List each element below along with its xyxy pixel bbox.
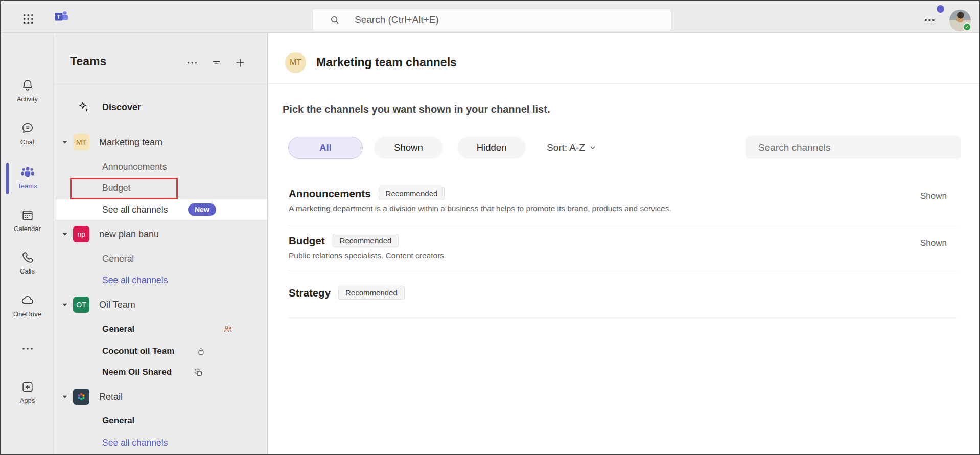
row-divider xyxy=(289,225,957,225)
rail-item-onedrive[interactable]: OneDrive xyxy=(1,293,54,318)
channel-search-bar[interactable] xyxy=(746,136,961,159)
retail-flower-logo xyxy=(76,391,87,402)
teams-icon xyxy=(20,165,35,179)
team-avatar: OT xyxy=(73,297,89,313)
channel-label: General xyxy=(102,254,134,264)
channel-row-general-np[interactable]: General xyxy=(54,248,267,269)
presence-available-icon: ✓ xyxy=(963,22,971,31)
chevron-down-icon xyxy=(61,139,68,146)
app-rail: Activity Chat Teams xyxy=(1,33,54,455)
rail-item-chat[interactable]: Chat xyxy=(1,121,54,146)
rail-item-label: Teams xyxy=(17,182,37,190)
chevron-down-icon xyxy=(61,301,68,308)
rail-item-more[interactable] xyxy=(1,345,54,355)
chat-icon xyxy=(20,121,35,135)
apps-icon xyxy=(20,380,35,394)
channel-name: Strategy xyxy=(289,287,331,299)
team-row-retail[interactable]: Retail xyxy=(54,386,267,407)
sidebar-header: Teams xyxy=(54,52,267,73)
rail-item-label: Calls xyxy=(20,267,35,275)
channel-row-budget[interactable]: Budget xyxy=(54,177,267,198)
see-all-channels-link: See all channels xyxy=(102,275,168,286)
notification-dot xyxy=(937,5,944,13)
filter-icon[interactable] xyxy=(208,55,224,71)
sort-label: Sort: A-Z xyxy=(547,142,585,153)
row-divider xyxy=(289,270,957,270)
chevron-down-icon xyxy=(61,231,68,238)
channel-row-general-oil[interactable]: General xyxy=(54,319,267,339)
rail-item-calendar[interactable]: Calendar xyxy=(1,208,54,233)
channel-row-coconut-oil[interactable]: Coconut oil Team xyxy=(54,341,267,361)
chevron-down-icon xyxy=(589,144,596,151)
channel-visibility-status[interactable]: Shown xyxy=(920,238,947,248)
shared-channel-icon xyxy=(194,368,203,377)
channel-row-neem-oil[interactable]: Neem Oil Shared xyxy=(54,362,267,382)
rail-item-teams[interactable]: Teams xyxy=(1,165,54,190)
team-avatar: np xyxy=(73,226,89,242)
new-badge: New xyxy=(188,203,216,216)
sidebar-item-discover[interactable]: Discover xyxy=(54,97,267,118)
team-avatar xyxy=(73,389,89,405)
channel-list-row-announcements: Announcements Recommended A marketing de… xyxy=(289,187,957,213)
rail-item-activity[interactable]: Activity xyxy=(1,78,54,103)
channel-row-see-all-marketing[interactable]: See all channels New xyxy=(56,199,267,220)
sidebar-more-icon[interactable] xyxy=(184,55,200,71)
team-row-marketing[interactable]: MT Marketing team xyxy=(54,132,267,152)
team-avatar: MT xyxy=(285,52,306,73)
team-name: Retail xyxy=(99,392,123,402)
more-icon xyxy=(21,345,34,352)
teams-logo-icon: T xyxy=(53,9,69,25)
global-search-input[interactable] xyxy=(354,14,640,26)
calendar-icon xyxy=(20,208,35,222)
channel-name: Announcements xyxy=(289,188,371,200)
team-row-oil-team[interactable]: OT Oil Team xyxy=(54,294,267,315)
channel-label: General xyxy=(102,416,134,426)
phone-icon xyxy=(20,251,35,265)
channel-row-see-all-np[interactable]: See all channels xyxy=(54,270,267,290)
channel-search-input[interactable] xyxy=(757,142,946,154)
rail-item-label: Apps xyxy=(20,397,35,404)
team-avatar: MT xyxy=(73,134,89,150)
rail-item-label: Chat xyxy=(20,138,34,146)
channel-row-see-all-retail[interactable]: See all channels xyxy=(54,433,267,453)
svg-text:T: T xyxy=(57,14,60,20)
recommended-badge: Recommended xyxy=(338,286,405,300)
sidebar-divider xyxy=(54,85,267,85)
channel-list-row-strategy: Strategy Recommended xyxy=(289,286,957,300)
channel-list-row-budget: Budget Recommended Public relations spec… xyxy=(289,234,957,260)
filter-tab-hidden[interactable]: Hidden xyxy=(457,136,526,159)
sidebar-title: Teams xyxy=(70,55,106,69)
top-bar: T ✓ xyxy=(1,1,979,33)
channel-row-general-retail[interactable]: General xyxy=(54,411,267,431)
filter-tab-shown[interactable]: Shown xyxy=(374,136,443,159)
lock-icon xyxy=(196,347,206,356)
channel-row-announcements[interactable]: Announcements xyxy=(54,156,267,177)
chevron-down-icon xyxy=(61,393,68,400)
channel-label: Budget xyxy=(102,183,130,193)
team-name: Oil Team xyxy=(99,300,135,310)
team-name: new plan banu xyxy=(99,229,159,240)
sparkle-icon xyxy=(78,101,91,114)
filter-tab-all[interactable]: All xyxy=(288,136,363,159)
global-search-bar[interactable] xyxy=(312,9,671,31)
page-subtitle: Pick the channels you want shown in your… xyxy=(283,104,550,116)
rail-item-label: Activity xyxy=(17,95,38,103)
row-divider xyxy=(289,317,957,318)
people-icon xyxy=(223,324,233,334)
app-launcher-icon[interactable] xyxy=(22,13,33,24)
rail-item-label: OneDrive xyxy=(13,310,41,318)
recommended-badge: Recommended xyxy=(333,234,399,247)
bell-icon xyxy=(20,78,35,93)
channel-description: Public relations specialists. Content cr… xyxy=(289,251,957,260)
sort-dropdown[interactable]: Sort: A-Z xyxy=(547,142,596,153)
channel-description: A marketing department is a division wit… xyxy=(289,204,957,213)
more-options-icon[interactable] xyxy=(924,19,935,21)
channel-label: Announcements xyxy=(102,162,167,172)
header-divider xyxy=(268,83,980,84)
add-team-icon[interactable] xyxy=(232,55,248,71)
channel-visibility-status[interactable]: Shown xyxy=(920,191,947,201)
rail-item-apps[interactable]: Apps xyxy=(1,380,54,404)
team-row-new-plan-banu[interactable]: np new plan banu xyxy=(54,224,267,244)
rail-item-label: Calendar xyxy=(14,225,41,233)
rail-item-calls[interactable]: Calls xyxy=(1,251,54,275)
